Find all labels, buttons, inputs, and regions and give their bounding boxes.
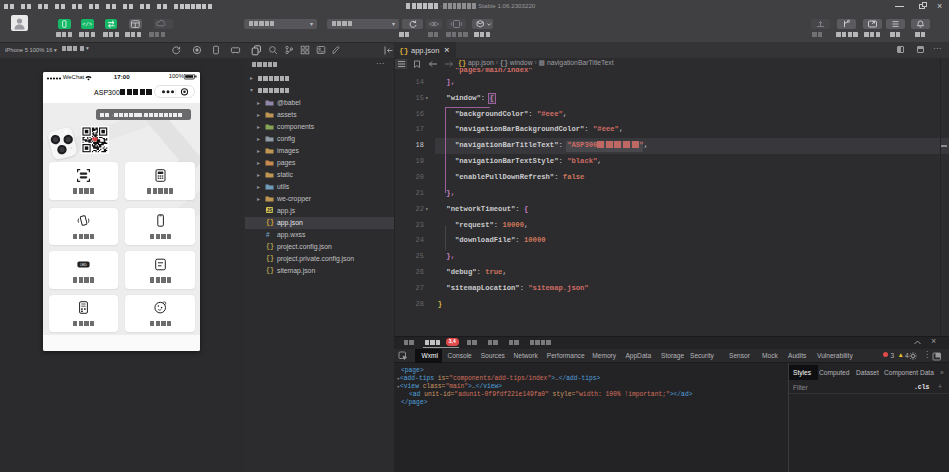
svg-text:LED: LED <box>80 263 87 267</box>
svg-text:</>: </> <box>82 21 92 28</box>
